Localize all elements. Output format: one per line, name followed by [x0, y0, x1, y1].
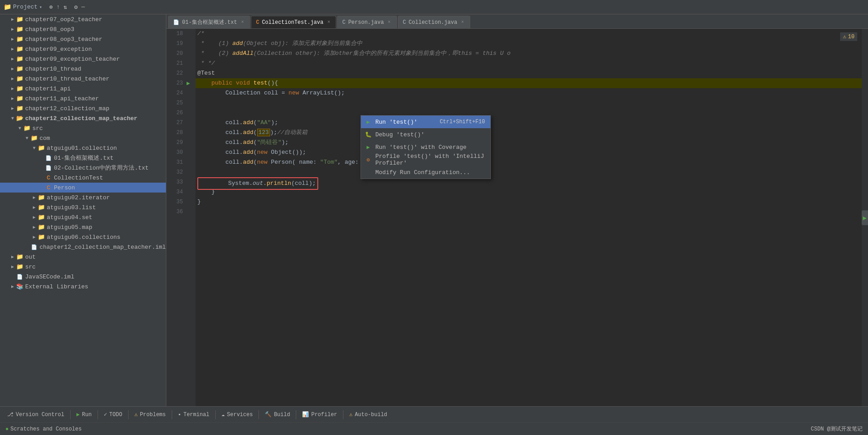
profile-menu-icon: ⚙ [365, 156, 372, 163]
sidebar-item-chapter11t[interactable]: ▶ 📁 chapter11_api_teacher [0, 94, 166, 103]
title-bar: 📁 Project ▾ ⊕ ↑ ⇅ ⚙ — [0, 0, 868, 14]
menu-item-coverage-label: Run 'test()' with Coverage [375, 144, 467, 151]
sidebar-item-out[interactable]: ▶ 📁 out [0, 252, 166, 262]
sidebar-item-chapter11[interactable]: ▶ 📁 chapter11_api [0, 84, 166, 94]
tree-label: External Libraries [25, 283, 88, 290]
profiler-label: Profiler [311, 412, 337, 418]
nav-toggle-icon[interactable]: ⇅ [63, 4, 67, 11]
build-btn[interactable]: 🔨 Build [261, 408, 294, 421]
nav-back-icon[interactable]: ⊕ [49, 4, 53, 11]
menu-item-run[interactable]: ▶ Run 'test()' Ctrl+Shift+F10 [361, 116, 490, 128]
sidebar-item-atguigu01[interactable]: ▼ 📁 atguigu01.collection [0, 143, 166, 153]
tree-arrow: ▶ [9, 253, 16, 260]
sidebar-item-chapter10[interactable]: ▶ 📁 chapter10_thread [0, 64, 166, 74]
sidebar-item-javacode[interactable]: ▶ 📄 JavaSECode.iml [0, 272, 166, 282]
sidebar-item-src[interactable]: ▼ 📁 src [0, 123, 166, 133]
tab-collection-test[interactable]: C CollectionTest.java × [251, 16, 336, 28]
tab-close-collection-test[interactable]: × [326, 20, 331, 25]
profiler-btn[interactable]: 📊 Profiler [298, 408, 341, 421]
project-dropdown[interactable]: 📁 Project ▾ [4, 3, 42, 11]
tree-arrow: ▼ [16, 125, 23, 132]
tab-close-person[interactable]: × [387, 20, 392, 25]
menu-item-debug[interactable]: 🐛 Debug 'test()' [361, 128, 490, 141]
sidebar-item-chapter09t[interactable]: ▶ 📁 chapter09_exception_teacher [0, 54, 166, 64]
tree-label: chapter12_collection_map_teacher [25, 115, 138, 122]
sidebar-item-01txt[interactable]: ▶ 📄 01-集合框架概述.txt [0, 153, 166, 163]
sidebar-item-person[interactable]: ▶ C Person [0, 183, 166, 193]
tree-arrow: ▶ [9, 65, 16, 72]
status-scratches[interactable]: ● Scratches and Consoles [5, 426, 82, 432]
warning-count: 10 [848, 34, 855, 40]
sidebar-item-chapter08[interactable]: ▶ 📁 chapter08_oop3 [0, 24, 166, 34]
minimize-icon[interactable]: — [81, 4, 85, 10]
nav-up-icon[interactable]: ↑ [56, 4, 60, 10]
settings-icon[interactable]: ⚙ [74, 4, 78, 11]
todo-btn[interactable]: ✓ TODO [100, 408, 126, 421]
run-side-button[interactable]: ▶ [862, 210, 868, 225]
menu-item-profile[interactable]: ⚙ Profile 'test()' with 'IntelliJ Profil… [361, 153, 490, 166]
sidebar-item-chapter09[interactable]: ▶ 📁 chapter09_exception [0, 44, 166, 54]
folder-icon: 📁 [38, 214, 45, 221]
scratches-label: Scratches and Consoles [10, 426, 81, 432]
run-bottom-label: Run [82, 412, 92, 418]
tree-label: atguigu02.iterator [47, 194, 110, 201]
terminal-btn[interactable]: ▪ Terminal [174, 408, 213, 421]
sidebar-item-src2[interactable]: ▶ 📁 src [0, 262, 166, 272]
sidebar-item-02txt[interactable]: ▶ 📄 02-Collection中的常用方法.txt [0, 163, 166, 173]
tree-label: atguigu01.collection [47, 145, 117, 152]
tab-close-collection[interactable]: × [460, 20, 465, 25]
run-bottom-btn[interactable]: ▶ Run [73, 408, 95, 421]
sidebar-item-atguigu06[interactable]: ▶ 📁 atguigu06.collections [0, 232, 166, 242]
folder-icon: 📁 [38, 194, 45, 201]
tab-txt[interactable]: 📄 01-集合框架概述.txt × [168, 16, 250, 28]
line-number: 25 [166, 98, 183, 108]
sidebar-item-atguigu03[interactable]: ▶ 📁 atguigu03.list [0, 202, 166, 212]
folder-icon: 📁 [16, 263, 23, 270]
separator6 [258, 410, 259, 419]
sidebar-item-chapter07[interactable]: ▶ 📁 chapter07_oop2_teacher [0, 14, 166, 24]
problems-btn[interactable]: ⚠ Problems [131, 408, 169, 421]
warning-badge[interactable]: ⚠ 10 [840, 32, 857, 41]
sidebar-item-chapter12t[interactable]: ▼ 📂 chapter12_collection_map_teacher [0, 113, 166, 123]
run-gutter-arrow[interactable]: ▶ [187, 80, 190, 87]
code-line-31: coll.add(new Person( name: "Tom", age: 1… [196, 157, 862, 167]
menu-item-modify[interactable]: Modify Run Configuration... [361, 166, 490, 179]
sidebar-item-chapter12[interactable]: ▶ 📁 chapter12_collection_map [0, 103, 166, 113]
folder-icon: 📁 [16, 36, 23, 43]
tree-label: chapter08_oop3_teacher [25, 36, 102, 43]
tree-label: chapter08_oop3 [25, 26, 74, 33]
tree-label: atguigu05.map [47, 224, 92, 231]
line-number: 32 [166, 167, 183, 177]
folder-icon-com: 📁 [31, 135, 38, 142]
menu-item-debug-label: Debug 'test()' [375, 131, 424, 138]
tree-label: out [25, 254, 36, 260]
sidebar-item-iml[interactable]: ▶ 📄 chapter12_collection_map_teacher.iml [0, 242, 166, 252]
tab-person[interactable]: C Person.java × [337, 16, 396, 28]
editor-content[interactable]: ⚠ 10 18 19 20 21 22 23 24 25 26 [166, 29, 868, 406]
sidebar-item-atguigu02[interactable]: ▶ 📁 atguigu02.iterator [0, 193, 166, 202]
sidebar-item-chapter10t[interactable]: ▶ 📁 chapter10_thread_teacher [0, 74, 166, 84]
line-number: 30 [166, 148, 183, 157]
code-lines[interactable]: /* * (1) add(Object obj): 添加元素对象到当前集合中 *… [196, 29, 862, 406]
line-number: 19 [166, 39, 183, 49]
tab-close-txt[interactable]: × [240, 20, 245, 25]
sidebar-item-atguigu04[interactable]: ▶ 📁 atguigu04.set [0, 212, 166, 222]
folder-icon: 📁 [38, 233, 45, 241]
tab-collection[interactable]: C Collection.java × [398, 16, 470, 28]
sidebar-item-chapter08t[interactable]: ▶ 📁 chapter08_oop3_teacher [0, 34, 166, 44]
code-area: 18 19 20 21 22 23 24 25 26 27 28 29 30 3… [166, 29, 868, 406]
tree-label: chapter09_exception_teacher [25, 56, 120, 63]
services-btn[interactable]: ☁ Services [218, 408, 257, 421]
sidebar-item-atguigu05[interactable]: ▶ 📁 atguigu05.map [0, 222, 166, 232]
sidebar-item-collectiontest[interactable]: ▶ C CollectionTest [0, 173, 166, 183]
tree-label: chapter11_api_teacher [25, 95, 99, 102]
iml-icon: 📄 [31, 243, 38, 251]
menu-item-run-coverage[interactable]: ▶ Run 'test()' with Coverage [361, 141, 490, 153]
code-line-33: System.out.println(coll); [196, 177, 862, 187]
sidebar-item-extlibs[interactable]: ▶ 📚 External Libraries [0, 282, 166, 291]
project-icon: 📁 [4, 3, 11, 11]
autobuild-btn[interactable]: ⚠ Auto-build [346, 408, 391, 421]
sidebar-item-com[interactable]: ▼ 📁 com [0, 133, 166, 143]
version-control-btn[interactable]: ⎇ Version Control [4, 408, 68, 421]
menu-item-run-label: Run 'test()' [375, 119, 418, 126]
